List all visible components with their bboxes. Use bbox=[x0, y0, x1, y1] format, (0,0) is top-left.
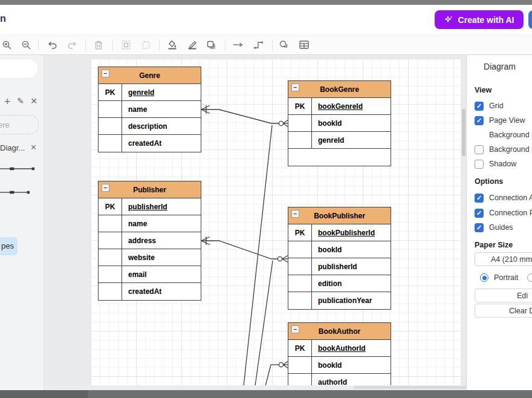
clear-default-style-button[interactable]: Clear D bbox=[475, 304, 532, 318]
er-key-cell bbox=[288, 275, 312, 292]
er-table-bookpublisher[interactable]: −BookPublisherPKbookPublisherIdbookIdpub… bbox=[288, 207, 391, 310]
connection-arrows-checkbox[interactable] bbox=[475, 194, 484, 203]
er-field-cell: edition bbox=[312, 275, 391, 292]
edge-shape-preview[interactable] bbox=[11, 164, 35, 174]
er-attribute-row[interactable]: publicationYear bbox=[288, 292, 391, 309]
connection-points-checkbox[interactable] bbox=[475, 209, 484, 218]
zoom-in-button[interactable] bbox=[0, 38, 15, 52]
toolbar-separator bbox=[112, 39, 113, 51]
er-attribute-row[interactable]: PKpublisherId bbox=[99, 198, 201, 215]
er-key-cell bbox=[288, 357, 312, 373]
paper-size-select[interactable]: A4 (210 mm bbox=[475, 252, 532, 266]
er-table-publisher[interactable]: −PublisherPKpublisherIdnameaddresswebsit… bbox=[98, 181, 201, 301]
search-input[interactable] bbox=[0, 59, 39, 79]
er-table-header[interactable]: −BookPublisher bbox=[288, 207, 391, 224]
er-attribute-row[interactable]: name bbox=[99, 101, 201, 118]
collapse-icon[interactable]: − bbox=[102, 70, 109, 77]
er-empty-row[interactable] bbox=[288, 149, 391, 166]
er-table-header[interactable]: −Genre bbox=[99, 67, 201, 84]
edit-diagram-label: Edi bbox=[517, 292, 528, 300]
zoom-out-button[interactable] bbox=[18, 38, 34, 52]
er-attribute-row[interactable]: PKbookAuthorId bbox=[288, 340, 391, 357]
grid-label: Grid bbox=[489, 102, 504, 110]
to-back-button[interactable] bbox=[138, 38, 154, 52]
edit-diagram-button[interactable]: Edi bbox=[475, 289, 532, 302]
cutoff-blue-button[interactable] bbox=[528, 10, 532, 29]
er-attribute-row[interactable]: createdAt bbox=[99, 283, 201, 300]
er-attribute-row[interactable]: address bbox=[99, 232, 201, 249]
background-label[interactable]: Background bbox=[489, 131, 530, 139]
waypoint-connector-button[interactable] bbox=[251, 38, 267, 52]
er-attribute-row[interactable]: PKbookGenreId bbox=[288, 98, 391, 115]
window-top-strip bbox=[0, 0, 532, 5]
arrow-button[interactable] bbox=[230, 38, 246, 52]
more-shapes-button[interactable]: pes bbox=[0, 237, 18, 255]
app-title: n bbox=[0, 13, 6, 24]
er-table-title: BookGenre bbox=[320, 85, 359, 94]
vertical-scrollbar[interactable] bbox=[462, 109, 465, 156]
er-key-cell bbox=[99, 232, 122, 249]
er-attribute-row[interactable]: bookId bbox=[288, 115, 391, 132]
section-close-icon[interactable]: ✕ bbox=[30, 143, 37, 152]
edit-style-button[interactable] bbox=[184, 38, 200, 52]
er-field-cell: name bbox=[122, 215, 201, 232]
horizontal-scrollbar[interactable] bbox=[354, 386, 466, 389]
er-attribute-row[interactable]: publisherId bbox=[288, 258, 391, 275]
er-table-bookgenre[interactable]: −BookGenrePKbookGenreIdbookIdgenreId bbox=[288, 80, 391, 166]
paper-size-value: A4 (210 mm bbox=[491, 255, 532, 264]
page-view-checkbox[interactable] bbox=[475, 116, 484, 125]
bottom-bar-segment bbox=[0, 390, 88, 398]
create-with-ai-label: Create with AI bbox=[458, 15, 514, 25]
landscape-radio[interactable] bbox=[527, 273, 532, 282]
insert-shape-button[interactable] bbox=[276, 38, 292, 52]
delete-button[interactable] bbox=[91, 38, 106, 52]
guides-checkbox[interactable] bbox=[475, 223, 484, 232]
er-field-cell: bookId bbox=[312, 115, 391, 131]
create-with-ai-button[interactable]: Create with AI bbox=[435, 10, 524, 29]
collapse-icon[interactable]: − bbox=[291, 210, 299, 218]
er-table-bookauthor[interactable]: −BookAuthorPKbookAuthorIdbookIdauthorId bbox=[288, 322, 391, 390]
insert-table-button[interactable] bbox=[296, 38, 312, 52]
collapse-icon[interactable]: − bbox=[291, 83, 299, 91]
to-front-button[interactable] bbox=[118, 38, 134, 52]
er-attribute-row[interactable]: genreId bbox=[288, 132, 391, 149]
er-attribute-row[interactable]: PKgenreId bbox=[99, 84, 201, 101]
shadow-button[interactable] bbox=[204, 38, 219, 52]
close-icon[interactable]: ✕ bbox=[29, 96, 39, 106]
er-field-cell: bookId bbox=[312, 357, 391, 373]
portrait-radio[interactable] bbox=[480, 273, 488, 282]
edit-icon[interactable]: ✎ bbox=[16, 96, 25, 106]
er-field-cell: website bbox=[122, 249, 201, 266]
background-color-checkbox[interactable] bbox=[475, 145, 484, 154]
edge-shape-preview[interactable] bbox=[11, 188, 30, 197]
collapse-icon[interactable]: − bbox=[291, 325, 299, 333]
er-attribute-row[interactable]: edition bbox=[288, 275, 391, 292]
diagram-canvas[interactable]: −GenrePKgenreIdnamedescriptioncreatedAt … bbox=[44, 55, 466, 390]
grid-checkbox[interactable] bbox=[475, 102, 484, 111]
er-attribute-row[interactable]: email bbox=[99, 266, 201, 283]
er-table-header[interactable]: −BookGenre bbox=[288, 81, 391, 98]
er-attribute-row[interactable]: website bbox=[99, 249, 201, 266]
add-icon[interactable]: + bbox=[2, 96, 12, 106]
fill-color-button[interactable] bbox=[164, 38, 180, 52]
er-table-header[interactable]: −Publisher bbox=[99, 181, 201, 198]
er-field-cell: address bbox=[122, 232, 201, 249]
er-table-header[interactable]: −BookAuthor bbox=[288, 323, 391, 340]
er-key-cell bbox=[99, 266, 122, 282]
undo-button[interactable] bbox=[45, 38, 60, 52]
er-attribute-row[interactable]: bookId bbox=[288, 357, 391, 374]
er-key-cell bbox=[288, 292, 312, 309]
shadow-checkbox[interactable] bbox=[475, 160, 484, 169]
collapse-icon[interactable]: − bbox=[102, 184, 109, 192]
er-key-cell bbox=[288, 132, 312, 148]
panel-tab-diagram[interactable]: Diagram bbox=[467, 62, 532, 71]
er-attribute-row[interactable]: createdAt bbox=[99, 135, 201, 152]
er-key-cell: PK bbox=[288, 98, 312, 114]
er-attribute-row[interactable]: bookId bbox=[288, 241, 391, 258]
er-attribute-row[interactable]: description bbox=[99, 118, 201, 135]
er-attribute-row[interactable]: name bbox=[99, 215, 201, 232]
er-field-cell: bookId bbox=[312, 241, 391, 258]
er-table-genre[interactable]: −GenrePKgenreIdnamedescriptioncreatedAt bbox=[98, 67, 201, 152]
er-attribute-row[interactable]: PKbookPublisherId bbox=[288, 224, 391, 241]
redo-button[interactable] bbox=[64, 38, 80, 52]
